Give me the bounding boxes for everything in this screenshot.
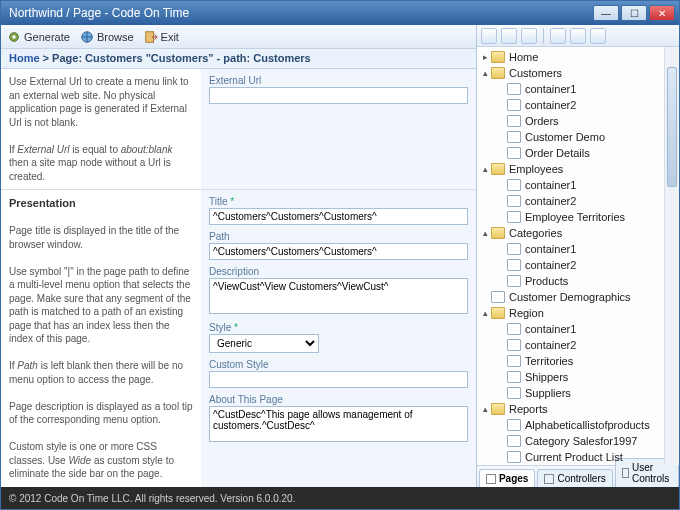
tree-node[interactable]: ▴Employees [477, 161, 679, 177]
folder-icon [491, 67, 505, 79]
about-input[interactable]: ^CustDesc^This page allows management of… [209, 406, 468, 442]
custom-style-input[interactable] [209, 371, 468, 388]
page-icon [507, 83, 521, 95]
scroll-thumb[interactable] [667, 67, 677, 187]
tree-node[interactable]: container1 [477, 81, 679, 97]
maximize-button[interactable]: ☐ [621, 5, 647, 21]
tree-node[interactable]: ▸Home [477, 49, 679, 65]
tab-controllers[interactable]: Controllers [537, 469, 612, 487]
page-icon [507, 339, 521, 351]
tree-label: container2 [523, 99, 576, 111]
close-button[interactable]: ✕ [649, 5, 675, 21]
generate-button[interactable]: Generate [7, 30, 70, 44]
tree-tool-2[interactable] [501, 28, 517, 44]
external-url-label: External Url [209, 75, 468, 86]
tab-pages[interactable]: Pages [479, 469, 535, 487]
tree-node[interactable]: container2 [477, 257, 679, 273]
tree-label: Employees [507, 163, 563, 175]
tree-node[interactable]: Category Salesfor1997 [477, 433, 679, 449]
tree-scrollbar[interactable] [664, 47, 679, 465]
description-input[interactable]: ^ViewCust^View Customers^ViewCust^ [209, 278, 468, 314]
tree-label: Territories [523, 355, 573, 367]
tree-label: container2 [523, 339, 576, 351]
page-icon [507, 243, 521, 255]
expand-icon[interactable]: ▴ [481, 228, 491, 238]
expand-icon[interactable]: ▴ [481, 68, 491, 78]
tree-tool-6[interactable] [590, 28, 606, 44]
generate-label: Generate [24, 31, 70, 43]
tree-node[interactable]: container1 [477, 177, 679, 193]
tree-label: container1 [523, 243, 576, 255]
style-select[interactable]: Generic [209, 334, 319, 353]
path-input[interactable] [209, 243, 468, 260]
tree-node[interactable]: Current Product List [477, 449, 679, 465]
expand-icon[interactable]: ▴ [481, 308, 491, 318]
tree-label: Orders [523, 115, 559, 127]
folder-icon [491, 51, 505, 63]
project-tree[interactable]: ▸Home▴Customerscontainer1container2Order… [477, 47, 679, 465]
tree-label: Category Salesfor1997 [523, 435, 638, 447]
tree-node[interactable]: ▴Categories [477, 225, 679, 241]
breadcrumb-home[interactable]: Home [9, 52, 40, 64]
tree-toolbar [477, 25, 679, 47]
tree-node[interactable]: container2 [477, 97, 679, 113]
tree-tool-5[interactable] [570, 28, 586, 44]
page-icon [507, 435, 521, 447]
page-icon [507, 211, 521, 223]
tree-tool-1[interactable] [481, 28, 497, 44]
control-icon [622, 468, 629, 478]
tree-label: Current Product List [523, 451, 623, 463]
tree-label: Suppliers [523, 387, 571, 399]
tree-node[interactable]: Suppliers [477, 385, 679, 401]
minimize-button[interactable]: — [593, 5, 619, 21]
tree-node[interactable]: Employee Territories [477, 209, 679, 225]
form-area[interactable]: Use External Url to create a menu link t… [1, 69, 476, 487]
folder-icon [491, 163, 505, 175]
status-bar: © 2012 Code On Time LLC. All rights rese… [1, 487, 679, 509]
tree-label: Customers [507, 67, 562, 79]
page-icon [507, 355, 521, 367]
expand-icon[interactable]: ▸ [481, 52, 491, 62]
svg-point-1 [12, 35, 16, 39]
tree-node[interactable]: Order Details [477, 145, 679, 161]
tree-node[interactable]: Alphabeticallistofproducts [477, 417, 679, 433]
about-label: About This Page [209, 394, 468, 405]
tree-node[interactable]: Products [477, 273, 679, 289]
left-pane: Generate Browse Exit Home > Page: Custom… [1, 25, 477, 487]
tree-node[interactable]: ▴Region [477, 305, 679, 321]
tree-node[interactable]: ▴Customers [477, 65, 679, 81]
title-input[interactable] [209, 208, 468, 225]
exit-button[interactable]: Exit [144, 30, 179, 44]
tree-tool-4[interactable] [550, 28, 566, 44]
page-icon [486, 474, 496, 484]
tree-node[interactable]: ▴Reports [477, 401, 679, 417]
title-label: Title [209, 196, 468, 207]
path-label: Path [209, 231, 468, 242]
tree-label: Customer Demographics [507, 291, 631, 303]
breadcrumb-rest: > Page: Customers "Customers" - path: Cu… [40, 52, 311, 64]
tree-node[interactable]: container1 [477, 241, 679, 257]
tree-node[interactable]: Customer Demo [477, 129, 679, 145]
tree-node[interactable]: container2 [477, 193, 679, 209]
expand-icon[interactable]: ▴ [481, 404, 491, 414]
tree-tool-3[interactable] [521, 28, 537, 44]
page-icon [507, 131, 521, 143]
tree-label: Categories [507, 227, 562, 239]
folder-icon [491, 227, 505, 239]
exit-icon [144, 30, 158, 44]
tree-node[interactable]: Orders [477, 113, 679, 129]
browse-button[interactable]: Browse [80, 30, 134, 44]
tree-node[interactable]: container2 [477, 337, 679, 353]
expand-icon[interactable]: ▴ [481, 164, 491, 174]
page-icon [507, 371, 521, 383]
tree-node[interactable]: Territories [477, 353, 679, 369]
tree-node[interactable]: Shippers [477, 369, 679, 385]
titlebar: Northwind / Page - Code On Time — ☐ ✕ [1, 1, 679, 25]
tree-node[interactable]: container1 [477, 321, 679, 337]
tree-label: Order Details [523, 147, 590, 159]
external-url-input[interactable] [209, 87, 468, 104]
page-icon [507, 275, 521, 287]
tree-label: container2 [523, 195, 576, 207]
external-url-desc: Use External Url to create a menu link t… [1, 69, 201, 189]
tree-node[interactable]: Customer Demographics [477, 289, 679, 305]
